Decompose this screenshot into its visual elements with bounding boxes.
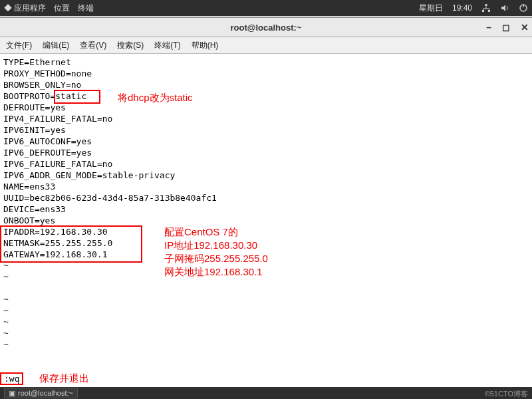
terminal-icon: ▣ [9,388,15,398]
watermark: ©51CTO博客 [485,389,528,399]
taskbar: ▣ root@localhost:~ ©51CTO博客 [0,387,532,399]
maximize-button[interactable]: ◻ [502,22,510,33]
window-titlebar[interactable]: root@localhost:~ – ◻ ✕ [0,18,532,37]
svg-rect-4 [523,4,523,7]
vim-command: :wq [0,372,23,385]
note-static: 将dhcp改为static [118,91,193,104]
vim-tilde: ~ [3,260,9,270]
svg-rect-0 [482,10,484,12]
clock-day: 星期日 [419,3,443,14]
highlight-bootproto [54,90,100,104]
vim-tilde: ~ [3,294,9,304]
svg-rect-2 [485,4,487,6]
taskbar-terminal[interactable]: ▣ root@localhost:~ [4,388,78,398]
network-icon[interactable] [481,3,491,13]
note-wq: 保存并退出 [39,372,89,385]
menu-file[interactable]: 文件(F) [6,40,32,51]
terminal-content[interactable]: TYPE=Ethernet PROXY_METHOD=none BROWSER_… [0,54,532,388]
highlight-ipblock [0,225,142,263]
power-icon[interactable] [519,3,528,13]
terminal-window: root@localhost:~ – ◻ ✕ 文件(F) 编辑(E) 查看(V)… [0,17,532,387]
menu-terminal[interactable]: 终端(T) [154,40,180,51]
places-menu[interactable]: 位置 [54,3,70,14]
menu-help[interactable]: 帮助(H) [192,40,219,51]
vim-tilde: ~ [3,305,9,315]
vim-tilde: ~ [3,271,9,281]
activities-menu[interactable]: ◆ 应用程序 [4,3,46,14]
vim-tilde: ~ [3,339,9,349]
minimize-button[interactable]: – [486,22,491,33]
window-title: root@localhost:~ [231,23,302,33]
volume-icon[interactable] [500,3,509,13]
menu-edit[interactable]: 编辑(E) [43,40,69,51]
vim-tilde: ~ [3,317,9,327]
close-button[interactable]: ✕ [521,22,529,33]
svg-rect-1 [488,10,490,12]
menu-search[interactable]: 搜索(S) [117,40,144,51]
gnome-top-panel: ◆ 应用程序 位置 终端 星期日 19:40 [0,0,532,16]
clock-time: 19:40 [452,3,472,13]
terminal-menubar: 文件(F) 编辑(E) 查看(V) 搜索(S) 终端(T) 帮助(H) [0,37,532,54]
menu-view[interactable]: 查看(V) [80,40,106,51]
terminal-launcher[interactable]: 终端 [78,3,94,14]
vim-tilde: ~ [3,328,9,338]
note-ipconfig: 配置CentOS 7的 IP地址192.168.30.30 子网掩码255.25… [164,225,268,279]
